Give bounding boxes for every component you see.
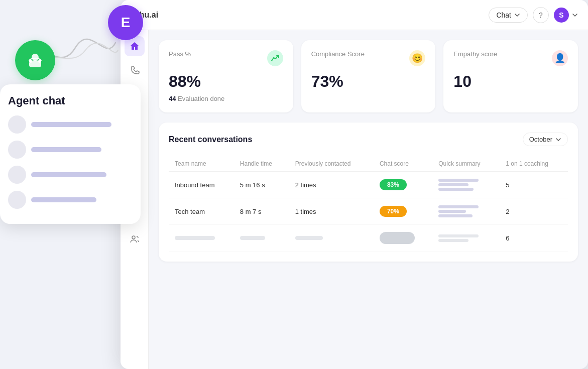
users-icon bbox=[130, 234, 140, 244]
cell-quick-summary bbox=[432, 172, 500, 198]
col-quick-summary: Quick summary bbox=[432, 156, 500, 172]
quick-summary-lines bbox=[438, 205, 494, 217]
list-dot bbox=[8, 115, 26, 134]
pass-sub: 44 Evaluation done bbox=[169, 95, 283, 102]
chat-dropdown-label: Chat bbox=[496, 11, 511, 19]
pass-label: Pass % bbox=[169, 50, 191, 58]
cell-team-name: Tech team bbox=[169, 198, 234, 225]
agent-chat-card: Agent chat bbox=[0, 84, 141, 224]
cell-quick-summary-skeleton bbox=[432, 225, 500, 252]
app-header: .thu.ai Chat ? S bbox=[121, 0, 588, 30]
agent-avatar bbox=[15, 40, 55, 80]
col-coaching: 1 on 1 coaching bbox=[500, 156, 568, 172]
score-badge-green: 83% bbox=[380, 179, 407, 190]
pass-icon bbox=[267, 50, 283, 66]
list-bar bbox=[31, 147, 101, 152]
list-item bbox=[8, 141, 133, 159]
list-item bbox=[8, 166, 133, 184]
main-content: Pass % 88% 44 Evaluation done bbox=[149, 30, 588, 369]
sidebar-item-users[interactable] bbox=[125, 229, 145, 249]
cell-prev-contacted: 2 times bbox=[289, 172, 374, 198]
cell-team-name-skeleton bbox=[169, 225, 234, 252]
cell-handle-time: 8 m 7 s bbox=[234, 198, 289, 225]
chevron-down-icon bbox=[572, 12, 578, 18]
table-row: Tech team 8 m 7 s 1 times 70% bbox=[169, 198, 568, 225]
conv-header: Recent conversations October bbox=[169, 133, 568, 146]
cell-quick-summary bbox=[432, 198, 500, 225]
table-row: Inbound team 5 m 16 s 2 times 83% bbox=[169, 172, 568, 198]
col-prev-contacted: Previously contacted bbox=[289, 156, 374, 172]
list-dot bbox=[8, 166, 26, 184]
month-dropdown[interactable]: October bbox=[523, 133, 568, 146]
skeleton-line bbox=[240, 236, 265, 240]
pass-value: 88% bbox=[169, 72, 283, 91]
agent-chat-title: Agent chat bbox=[8, 94, 133, 107]
cell-chat-score: 83% bbox=[374, 172, 432, 198]
chevron-down-icon bbox=[514, 12, 520, 18]
qs-line bbox=[438, 214, 473, 217]
col-chat-score: Chat score bbox=[374, 156, 432, 172]
list-bar bbox=[31, 197, 96, 202]
svg-point-22 bbox=[132, 236, 135, 239]
cell-chat-score: 70% bbox=[374, 198, 432, 225]
pass-percent-card: Pass % 88% 44 Evaluation done bbox=[159, 40, 293, 112]
skeleton-score bbox=[380, 232, 415, 244]
conversations-card: Recent conversations October Team name H… bbox=[159, 122, 578, 262]
stats-row: Pass % 88% 44 Evaluation done bbox=[159, 40, 578, 112]
empathy-score-card: Empathy score 👤 10 bbox=[443, 40, 578, 112]
skeleton-line bbox=[295, 236, 323, 240]
month-label: October bbox=[529, 136, 552, 143]
quick-summary-lines bbox=[438, 179, 494, 191]
qs-line bbox=[438, 188, 474, 191]
col-team-name: Team name bbox=[169, 156, 234, 172]
app-body: Pass % 88% 44 Evaluation done bbox=[121, 30, 588, 369]
user-avatar-e: E bbox=[108, 5, 143, 40]
cell-handle-time: 5 m 16 s bbox=[234, 172, 289, 198]
table-body: Inbound team 5 m 16 s 2 times 83% bbox=[169, 172, 568, 252]
qs-line bbox=[438, 183, 468, 186]
list-item bbox=[8, 115, 133, 134]
skeleton-line bbox=[175, 236, 215, 240]
chart-up-icon bbox=[271, 54, 280, 63]
cell-team-name: Inbound team bbox=[169, 172, 234, 198]
qs-line bbox=[438, 210, 466, 213]
cell-handle-time-skeleton bbox=[234, 225, 289, 252]
cell-coaching: 6 bbox=[500, 225, 568, 252]
chat-dropdown[interactable]: Chat bbox=[489, 8, 528, 23]
list-item bbox=[8, 191, 133, 209]
user-menu[interactable]: S bbox=[554, 8, 578, 23]
compliance-label: Compliance Score bbox=[311, 50, 365, 58]
col-handle-time: Handle time bbox=[234, 156, 289, 172]
list-dot bbox=[8, 191, 26, 209]
qs-line bbox=[438, 239, 468, 242]
table-header: Team name Handle time Previously contact… bbox=[169, 156, 568, 172]
user-avatar: S bbox=[554, 8, 569, 23]
cell-prev-contacted-skeleton bbox=[289, 225, 374, 252]
chevron-down-icon bbox=[555, 137, 561, 143]
qs-line bbox=[438, 234, 479, 237]
main-app: .thu.ai Chat ? S bbox=[121, 0, 588, 369]
compliance-card-header: Compliance Score 😊 bbox=[311, 50, 426, 66]
conversations-table: Team name Handle time Previously contact… bbox=[169, 156, 568, 252]
headset-icon bbox=[25, 50, 45, 70]
pass-card-header: Pass % bbox=[169, 50, 283, 66]
empathy-card-header: Empathy score 👤 bbox=[453, 50, 568, 66]
conversations-title: Recent conversations bbox=[169, 135, 252, 144]
empathy-value: 10 bbox=[453, 72, 568, 91]
qs-line bbox=[438, 205, 479, 208]
table-header-row: Team name Handle time Previously contact… bbox=[169, 156, 568, 172]
empathy-label: Empathy score bbox=[453, 50, 497, 58]
cell-coaching: 5 bbox=[500, 172, 568, 198]
empathy-icon: 👤 bbox=[552, 50, 568, 66]
help-button[interactable]: ? bbox=[533, 7, 549, 23]
list-bar bbox=[31, 172, 106, 177]
compliance-icon: 😊 bbox=[409, 50, 425, 66]
compliance-score-card: Compliance Score 😊 73% bbox=[301, 40, 436, 112]
quick-summary-lines bbox=[438, 234, 494, 242]
table-row: 6 bbox=[169, 225, 568, 252]
list-bar bbox=[31, 122, 111, 127]
cell-chat-score-skeleton bbox=[374, 225, 432, 252]
cell-coaching: 2 bbox=[500, 198, 568, 225]
qs-line bbox=[438, 179, 479, 182]
score-badge-yellow: 70% bbox=[380, 206, 407, 217]
